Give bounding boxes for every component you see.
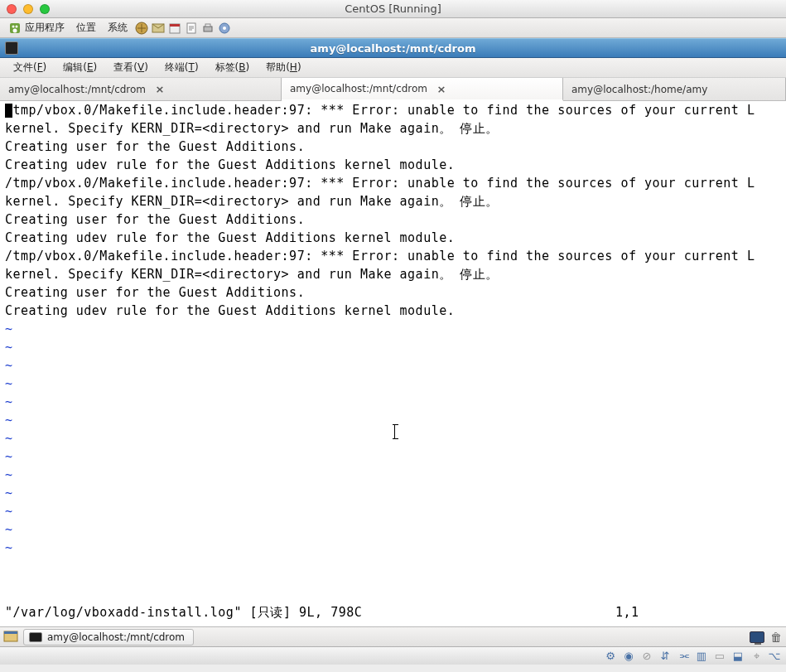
vbox-settings-icon[interactable]: ⚙	[604, 650, 617, 663]
vim-empty-line-tilde: ~	[5, 447, 781, 466]
tab-1[interactable]: amy@localhost:/mnt/cdrom ×	[282, 78, 563, 101]
vim-empty-line-tilde: ~	[5, 393, 781, 411]
browser-icon[interactable]	[134, 21, 149, 36]
terminal-menubar: 文件(F) 编辑(E) 查看(V) 终端(T) 标签(B) 帮助(H)	[0, 58, 786, 78]
menu-view[interactable]: 查看(V)	[105, 60, 157, 75]
settings-icon[interactable]	[217, 21, 232, 36]
system-menu[interactable]: 系统	[103, 21, 133, 35]
svg-point-2	[16, 25, 18, 27]
vbox-network-icon[interactable]: ⫘	[677, 650, 690, 663]
gnome-bottom-panel: amy@localhost:/mnt/cdrom 🗑	[0, 626, 786, 646]
vim-empty-line-tilde: ~	[5, 520, 781, 539]
vim-empty-line-tilde: ~	[5, 539, 781, 557]
terminal-line: kernel. Specify KERN_DIR=<directory> and…	[5, 265, 781, 283]
vbox-shared-folder-icon[interactable]: ▥	[695, 650, 708, 663]
terminal-line: tmp/vbox.0/Makefile.include.header:97: *…	[5, 101, 781, 119]
tab-label: amy@localhost:/mnt/cdrom	[8, 84, 146, 95]
vim-status-left: "/var/log/vboxadd-install.log" [只读] 9L, …	[5, 603, 362, 621]
taskbar-window-label: amy@localhost:/mnt/cdrom	[47, 631, 185, 643]
terminal-line: /tmp/vbox.0/Makefile.include.header:97: …	[5, 174, 781, 192]
vim-empty-line-tilde: ~	[5, 411, 781, 429]
host-window-titlebar: CentOS [Running]	[0, 0, 786, 18]
terminal-line: Creating user for the Guest Additions.	[5, 138, 781, 156]
vim-cursor-position: 1,1	[615, 603, 781, 621]
vbox-recording-icon[interactable]: ⬓	[731, 650, 745, 663]
show-desktop-icon[interactable]	[3, 631, 18, 644]
calendar-icon[interactable]	[167, 21, 182, 36]
vbox-hostkey-icon[interactable]: ⌥	[768, 650, 781, 663]
terminal-line: Creating user for the Guest Additions.	[5, 283, 781, 302]
mail-icon[interactable]	[151, 21, 166, 36]
terminal-line: Creating udev rule for the Guest Additio…	[5, 229, 781, 247]
svg-rect-7	[170, 24, 180, 27]
vbox-usb-icon[interactable]: ⇵	[658, 650, 672, 663]
vim-empty-line-tilde: ~	[5, 484, 781, 502]
terminal-line: Creating udev rule for the Guest Additio…	[5, 156, 781, 174]
terminal-viewport[interactable]: tmp/vbox.0/Makefile.include.header:97: *…	[0, 101, 786, 626]
vim-empty-line-tilde: ~	[5, 466, 781, 484]
terminal-line: kernel. Specify KERN_DIR=<directory> and…	[5, 119, 781, 138]
vbox-statusbar: ⚙ ◉ ⊘ ⇵ ⫘ ▥ ▭ ⬓ ⌖ ⌥	[0, 646, 786, 665]
vbox-optical-icon[interactable]: ⊘	[640, 650, 653, 663]
svg-rect-9	[204, 27, 212, 31]
tab-label: amy@localhost:/mnt/cdrom	[290, 83, 427, 94]
places-menu[interactable]: 位置	[71, 21, 101, 35]
vbox-display-icon[interactable]: ▭	[713, 650, 726, 663]
tab-close-icon[interactable]: ×	[436, 83, 447, 94]
foot-icon	[8, 22, 22, 35]
vbox-mouse-icon[interactable]: ⌖	[750, 650, 763, 663]
svg-rect-10	[205, 24, 210, 27]
terminal-icon	[29, 632, 42, 642]
workspace-switcher-icon[interactable]	[750, 631, 764, 643]
tab-2[interactable]: amy@localhost:/home/amy ×	[563, 78, 786, 100]
svg-point-3	[13, 28, 17, 32]
terminal-line: Creating udev rule for the Guest Additio…	[5, 302, 781, 320]
printer-icon[interactable]	[200, 21, 215, 36]
applications-menu[interactable]: 应用程序	[3, 21, 70, 35]
menu-terminal[interactable]: 终端(T)	[157, 60, 207, 75]
document-icon[interactable]	[184, 21, 199, 36]
vim-status-line: "/var/log/vboxadd-install.log" [只读] 9L, …	[5, 603, 781, 621]
vim-cursor-block	[5, 104, 12, 118]
tab-label: amy@localhost:/home/amy	[571, 84, 707, 95]
terminal-line: Creating user for the Guest Additions.	[5, 210, 781, 229]
host-window-title: CentOS [Running]	[0, 2, 786, 15]
vim-empty-line-tilde: ~	[5, 375, 781, 393]
menu-help[interactable]: 帮助(H)	[258, 60, 309, 75]
terminal-line: /tmp/vbox.0/Makefile.include.header:97: …	[5, 247, 781, 265]
terminal-line: kernel. Specify KERN_DIR=<directory> and…	[5, 192, 781, 210]
terminal-window-title: amy@localhost:/mnt/cdrom	[311, 42, 476, 55]
menu-file[interactable]: 文件(F)	[5, 60, 55, 75]
applications-label: 应用程序	[25, 21, 65, 35]
svg-point-12	[223, 27, 226, 30]
svg-rect-14	[4, 631, 17, 634]
vim-empty-line-tilde: ~	[5, 338, 781, 356]
menu-tabs[interactable]: 标签(B)	[207, 60, 258, 75]
vbox-disk-icon[interactable]: ◉	[622, 650, 635, 663]
tab-0[interactable]: amy@localhost:/mnt/cdrom ×	[0, 78, 282, 100]
launcher-icons	[134, 21, 232, 36]
vim-empty-line-tilde: ~	[5, 502, 781, 520]
svg-point-1	[12, 25, 15, 27]
terminal-tabbar: amy@localhost:/mnt/cdrom × amy@localhost…	[0, 78, 786, 101]
gnome-top-panel: 应用程序 位置 系统	[0, 18, 786, 38]
vim-empty-line-tilde: ~	[5, 320, 781, 338]
terminal-window-titlebar[interactable]: amy@localhost:/mnt/cdrom	[0, 38, 786, 58]
menu-edit[interactable]: 编辑(E)	[55, 60, 105, 75]
trash-icon[interactable]: 🗑	[769, 631, 783, 644]
taskbar-window-button[interactable]: amy@localhost:/mnt/cdrom	[23, 629, 194, 645]
text-cursor-icon	[394, 424, 395, 439]
terminal-titlebar-icon	[5, 41, 18, 55]
tab-close-icon[interactable]: ×	[154, 84, 166, 95]
vim-empty-line-tilde: ~	[5, 356, 781, 375]
